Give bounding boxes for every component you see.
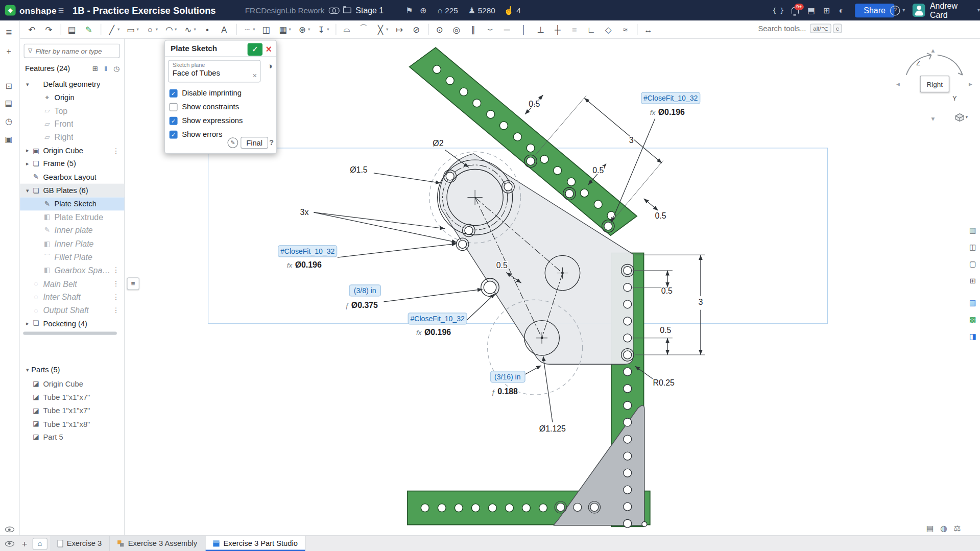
separator[interactable]	[428, 23, 429, 35]
comments-panel-icon[interactable]: ⊡	[5, 78, 13, 93]
feature-tree-item[interactable]: ◧ Inner Plate	[20, 237, 124, 250]
normal-constraint-icon[interactable]: ∟	[584, 22, 599, 37]
parallel-constraint-icon[interactable]: ∥	[466, 22, 481, 37]
coincident-constraint-icon[interactable]: ⊙	[433, 22, 447, 37]
search-tools-input[interactable]	[758, 24, 808, 33]
expand-caret-icon[interactable]: ▸	[24, 161, 32, 167]
versions-history-icon[interactable]: ◷	[5, 114, 13, 129]
feature-tree-item[interactable]: ▱ Top	[20, 104, 124, 117]
context-menu-icon[interactable]: ⋮	[112, 306, 119, 315]
feature-tree-item[interactable]: ▾ ❏ GB Plates (6)	[20, 184, 124, 197]
spline-tool-icon[interactable]: ∿ ▾	[181, 22, 199, 37]
chevron-down-icon[interactable]: ▾	[327, 27, 329, 32]
text-tool-icon[interactable]: A	[217, 22, 232, 37]
plate-sketch-face[interactable]	[439, 154, 633, 364]
feature-tree-item[interactable]: ◌ Output Shaft ⋮	[20, 304, 124, 317]
app-grid-icon[interactable]: ⊞	[823, 0, 830, 20]
mass-properties-icon[interactable]: ⚖	[953, 523, 961, 533]
rectangle-tool-icon[interactable]: ▭ ▾	[124, 22, 141, 37]
chevron-down-icon[interactable]: ▾	[194, 27, 196, 32]
tab-exercise-3-part-studio[interactable]: Exercise 3 Part Studio	[205, 536, 306, 551]
section-view-icon[interactable]: ⊞	[967, 275, 978, 286]
help-menu[interactable]: ? ▾	[890, 0, 905, 20]
checkbox[interactable]: ✓	[170, 89, 178, 97]
sketch-style-icon[interactable]: ✎	[82, 22, 97, 37]
insert-items-icon[interactable]: ▣	[5, 131, 13, 146]
split-tool-icon[interactable]: ⊘	[410, 22, 424, 37]
chevron-down-icon[interactable]: ▾	[253, 27, 255, 32]
bom-table-icon[interactable]: ◨	[967, 330, 978, 342]
tab-exercise-3[interactable]: Exercise 3	[50, 536, 110, 551]
sketch-plane-field[interactable]: Sketch plane Face of Tubes ×	[168, 60, 260, 82]
part-list-item[interactable]: ◪ Origin Cube	[20, 377, 124, 391]
filter-input[interactable]	[35, 47, 110, 55]
part-list-item[interactable]: ◪ Tube 1"x1"x7"	[20, 404, 124, 417]
notes-panel-icon[interactable]: ▤	[5, 95, 13, 110]
notifications-button[interactable]: 9+	[791, 0, 799, 20]
feature-tree-item[interactable]: ◌ Inter Shaft ⋮	[20, 291, 124, 304]
tab-exercise-3-assembly[interactable]: Exercise 3 Assembly	[110, 536, 205, 551]
perpendicular-constraint-icon[interactable]: ⊥	[534, 22, 548, 37]
accept-button[interactable]: ✓	[248, 43, 262, 55]
mate-connector-icon[interactable]: ◑	[267, 61, 272, 71]
feature-tree-item[interactable]: ✎ Plate Sketch	[20, 197, 124, 210]
view-cube-menu[interactable]: ▾	[955, 113, 968, 122]
undo-icon[interactable]: ↶	[25, 22, 40, 37]
copy-properties-icon[interactable]: ▤	[65, 22, 80, 37]
feature-tree-item[interactable]: ⌒ Fillet Plate	[20, 250, 124, 263]
trim-tool-icon[interactable]: ╳ ▾	[373, 22, 391, 37]
linear-pattern-icon[interactable]: ▦ ▾	[276, 22, 294, 37]
separator[interactable]	[101, 23, 101, 35]
featurescript-icon[interactable]: { }	[773, 0, 784, 20]
cancel-button[interactable]: ×	[264, 43, 274, 55]
panel-collapse-handle[interactable]: ≡	[127, 277, 139, 290]
separator[interactable]	[336, 23, 336, 35]
part-list-item[interactable]: ◪ Tube 1"x1"x8"	[20, 417, 124, 430]
help-icon[interactable]: ?	[269, 138, 274, 147]
visibility-options-icon[interactable]	[5, 523, 14, 535]
orientation-globe-icon[interactable]: ◍	[940, 523, 947, 533]
share-button[interactable]: Share	[855, 4, 894, 17]
view-orientation-widget[interactable]: ▴ ◂ ▸ ▾ Z Y Right ▾	[893, 42, 976, 124]
checkbox[interactable]	[170, 103, 178, 111]
expand-caret-icon[interactable]: ▸	[24, 321, 32, 327]
feature-list-panel-icon[interactable]: ≣	[5, 25, 13, 39]
horizontal-scrollbar[interactable]	[23, 332, 117, 335]
checkbox[interactable]: ✓	[170, 116, 178, 125]
context-menu-icon[interactable]: ⋮	[112, 267, 119, 275]
filter-box[interactable]: ∇	[24, 44, 120, 58]
context-menu-icon[interactable]: ⋮	[112, 147, 119, 155]
mirror-tool-icon[interactable]: ◫	[259, 22, 274, 37]
feature-tree-item[interactable]: ▾ Default geometry	[20, 78, 124, 91]
chevron-down-icon[interactable]: ▾	[136, 27, 138, 32]
circle-tool-icon[interactable]: ○ ▾	[143, 22, 160, 37]
feature-tree-item[interactable]: ✎ Inner plate	[20, 224, 124, 237]
main-menu-icon[interactable]: ≡	[58, 0, 64, 20]
feature-tree-item[interactable]: ◧ Gearbox Spacer ⋮	[20, 263, 124, 277]
feature-tree-item[interactable]: ▱ Front	[20, 117, 124, 131]
home-tab-button[interactable]: ⌂	[32, 538, 47, 549]
symmetry-constraint-icon[interactable]: ◇	[602, 22, 616, 37]
horizontal-constraint-icon[interactable]: ─	[500, 22, 515, 37]
onshape-logo[interactable]: ◆ onshape	[5, 0, 57, 20]
feature-tree-item[interactable]: ◧ Plate Extrude	[20, 210, 124, 224]
curvature-constraint-icon[interactable]: ≈	[618, 22, 633, 37]
redo-icon[interactable]: ↷	[42, 22, 57, 37]
feature-tree-item[interactable]: ▸ ❏ Pocketing (4)	[20, 317, 124, 330]
create-folder-icon[interactable]: ⊞	[92, 65, 98, 73]
context-menu-icon[interactable]: ⋮	[112, 280, 119, 288]
expand-caret-icon[interactable]: ▾	[24, 187, 32, 194]
flag-icons[interactable]: ⚑ ⊕	[405, 0, 426, 20]
tangent-constraint-icon[interactable]: ⌣	[483, 22, 498, 37]
rollback-bar-icon[interactable]: ‖	[104, 65, 107, 73]
feature-tree-item[interactable]: ▱ Right	[20, 131, 124, 144]
circular-pattern-icon[interactable]: ⊛ ▾	[295, 22, 313, 37]
construction-toggle-icon[interactable]: ┄ ▾	[241, 22, 258, 37]
activity-list-icon[interactable]: ▤	[807, 0, 815, 20]
feature-tree-item[interactable]: ▸ ▣ Origin Cube ⋮	[20, 144, 124, 157]
feature-tree-item[interactable]: ✎ Gearbox Layout	[20, 171, 124, 184]
chevron-down-icon[interactable]: ▾	[175, 27, 177, 32]
parts-header[interactable]: ▾ Parts (5)	[20, 364, 124, 376]
line-tool-icon[interactable]: ╱ ▾	[105, 22, 123, 37]
feature-tree-item[interactable]: ⌖ Origin	[20, 91, 124, 104]
